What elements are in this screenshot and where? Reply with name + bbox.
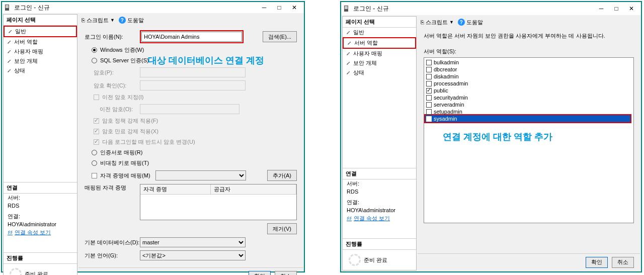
sidebar-item-label: 사용자 매핑 (14, 48, 74, 55)
connection-properties-link[interactable]: ♯♯연결 속성 보기 (4, 228, 77, 237)
default-lang-select[interactable]: <기본값> (140, 250, 246, 260)
help-button[interactable]: ?도움말 (458, 19, 483, 26)
script-label: 스크립트 (87, 17, 109, 24)
role-name: securityadmin (434, 95, 468, 101)
asym-map-radio[interactable] (92, 160, 97, 166)
role-item-serveradmin[interactable]: serveradmin (425, 101, 632, 108)
asym-map-label: 비대칭 키로 매핑(T) (100, 159, 149, 167)
sidebar-item-general[interactable]: 일반 (4, 26, 77, 37)
add-button[interactable]: 추가(A) (267, 170, 297, 181)
sidebar-item-status[interactable]: 상태 (343, 68, 416, 77)
serverrole-label: 서버 역할(S): (424, 48, 634, 55)
wrench-icon (8, 29, 13, 34)
windows-auth-radio[interactable] (92, 47, 97, 53)
maximize-button[interactable]: □ (272, 2, 287, 13)
titlebar[interactable]: 로그인 - 신규 ─ □ ✕ (341, 2, 641, 15)
sidebar-head-connection: 연결 (343, 168, 416, 179)
remove-button[interactable]: 제거(V) (267, 223, 297, 234)
connection-properties-link[interactable]: ♯♯연결 속성 보기 (343, 214, 416, 223)
sidebar-item-usermapping[interactable]: 사용자 매핑 (343, 49, 416, 58)
sidebar-item-serverrole[interactable]: 서버 역할 (343, 37, 416, 49)
sidebar-item-status[interactable]: 상태 (4, 66, 77, 75)
role-item-processadmin[interactable]: processadmin (425, 80, 632, 87)
help-icon: ? (458, 19, 465, 26)
cancel-button[interactable]: 취소 (275, 271, 297, 276)
sidebar-head-progress: 진행률 (4, 252, 77, 264)
sidebar-item-label: 일반 (15, 28, 73, 35)
sidebar-item-serverrole[interactable]: 서버 역할 (4, 37, 77, 47)
login-name-input[interactable] (141, 32, 242, 42)
role-checkbox[interactable] (426, 102, 432, 108)
serverrole-list[interactable]: bulkadmindbcreatordiskadminprocessadminp… (424, 57, 634, 223)
role-checkbox[interactable] (426, 116, 432, 122)
enforce-policy-label: 암호 정책 강제 적용(F) (102, 117, 158, 125)
sidebar-item-usermapping[interactable]: 사용자 매핑 (4, 47, 77, 56)
script-button[interactable]: ⎘스크립트▼ (421, 19, 454, 26)
help-label: 도움말 (127, 17, 144, 24)
search-button[interactable]: 검색(E)... (263, 31, 297, 42)
server-value: RDS (343, 188, 416, 195)
sidebar-item-label: 일반 (353, 29, 413, 36)
role-checkbox[interactable] (426, 109, 432, 115)
cred-map-select[interactable] (155, 170, 246, 180)
content-serverrole: 서버 역할은 서버 자원의 보안 권한을 사용자에게 부여하는 데 사용됩니다.… (418, 28, 640, 253)
role-name: dbcreator (434, 66, 457, 72)
sql-auth-radio[interactable] (92, 58, 97, 63)
role-item-public[interactable]: public (425, 87, 632, 94)
role-checkbox[interactable] (426, 74, 432, 79)
window-title: 로그인 - 신규 (14, 4, 257, 12)
cancel-button[interactable]: 취소 (612, 257, 634, 268)
titlebar[interactable]: 로그인 - 신규 ─ □ ✕ (2, 2, 304, 13)
cred-map-label: 자격 증명에 매핑(M) (100, 172, 150, 179)
default-db-select[interactable]: master (140, 237, 246, 247)
conn-label: 연결: (4, 212, 77, 221)
sidebar-item-label: 서버 역할 (14, 38, 74, 46)
default-lang-label: 기본 언어(G): (85, 252, 140, 259)
cert-map-label: 인증서로 매핑(R) (100, 149, 142, 156)
ok-button[interactable]: 확인 (249, 271, 271, 276)
wrench-icon (7, 49, 12, 54)
ok-button[interactable]: 확인 (586, 257, 608, 268)
help-button[interactable]: ?도움말 (119, 17, 144, 24)
sidebar-item-securables[interactable]: 보안 개체 (343, 58, 416, 68)
role-checkbox[interactable] (426, 67, 432, 72)
mapped-cred-table[interactable]: 자격 증명공급자 (140, 184, 297, 220)
close-button[interactable]: ✕ (624, 3, 639, 14)
maximize-button[interactable]: □ (609, 3, 624, 14)
role-name: public (434, 87, 448, 94)
cert-map-radio[interactable] (92, 150, 97, 155)
link-text: 연결 속성 보기 (15, 229, 51, 236)
role-checkbox[interactable] (426, 60, 432, 65)
role-item-bulkadmin[interactable]: bulkadmin (425, 59, 632, 66)
main-panel: ⎘스크립트▼ ?도움말 서버 역할은 서버 자원의 보안 권한을 사용자에게 부… (418, 16, 640, 270)
server-label: 서버: (4, 194, 77, 202)
role-item-securityadmin[interactable]: securityadmin (425, 94, 632, 101)
enforce-expiry-check (94, 129, 99, 134)
chevron-down-icon: ▼ (449, 20, 454, 25)
role-checkbox[interactable] (426, 88, 432, 94)
role-checkbox[interactable] (426, 81, 432, 86)
default-db-label: 기본 데이터베이스(D): (85, 239, 140, 246)
sidebar-item-label: 보안 개체 (14, 57, 74, 65)
must-change-check (94, 139, 99, 145)
script-label: 스크립트 (426, 19, 448, 26)
minimize-button[interactable]: ─ (257, 2, 272, 13)
role-item-dbcreator[interactable]: dbcreator (425, 66, 632, 73)
role-name: setupadmin (434, 109, 462, 115)
sidebar-item-label: 상태 (353, 69, 413, 76)
sidebar-item-general[interactable]: 일반 (343, 28, 416, 37)
minimize-button[interactable]: ─ (594, 3, 609, 14)
sql-auth-label: SQL Server 인증(S) (100, 57, 149, 64)
link-text: 연결 속성 보기 (354, 215, 390, 222)
close-button[interactable]: ✕ (287, 2, 302, 13)
cred-map-check[interactable] (92, 173, 97, 178)
password-input (140, 67, 246, 77)
script-button[interactable]: ⎘스크립트▼ (82, 17, 115, 24)
svg-rect-1 (6, 5, 9, 8)
role-checkbox[interactable] (426, 95, 432, 101)
password-label: 암호(P): (85, 69, 140, 76)
role-item-diskadmin[interactable]: diskadmin (425, 73, 632, 80)
toolbar: ⎘스크립트▼ ?도움말 (418, 16, 640, 28)
role-item-sysadmin[interactable]: sysadmin (425, 115, 630, 122)
sidebar-item-securables[interactable]: 보안 개체 (4, 56, 77, 66)
